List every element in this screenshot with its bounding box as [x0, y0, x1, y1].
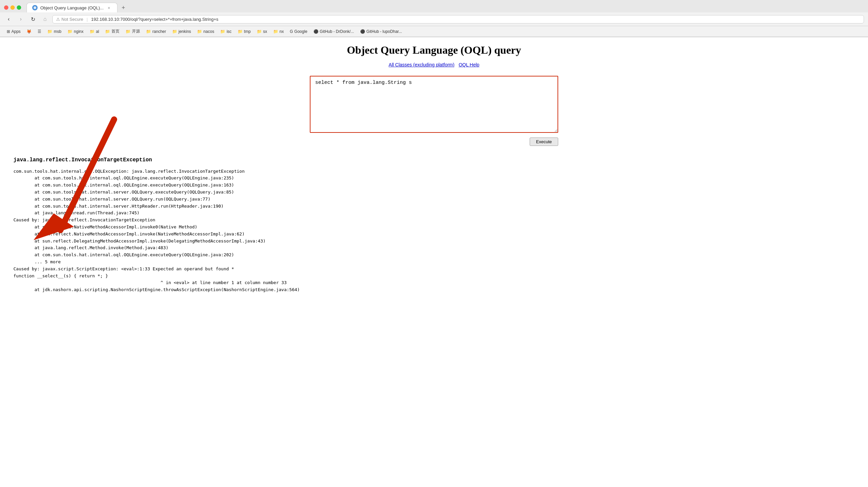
query-input[interactable] — [310, 76, 558, 133]
github-icon-2: ⚫ — [360, 29, 365, 34]
folder-icon: 📁 — [273, 29, 278, 34]
bookmark-nginx[interactable]: 📁 nginx — [65, 28, 86, 35]
bookmark-github2[interactable]: ⚫ GitHub - lupoDhar... — [358, 28, 405, 35]
folder-icon: 📁 — [126, 29, 130, 34]
bookmark-menu[interactable]: ☰ — [35, 28, 44, 35]
browser-chrome: Object Query Language (OQL)... × + ‹ › ↻… — [0, 0, 868, 37]
folder-icon: 📁 — [105, 29, 110, 34]
bookmark-nginx-label: nginx — [74, 29, 84, 34]
menu-icon: ☰ — [38, 29, 41, 34]
fox-icon: 🦊 — [27, 29, 32, 34]
bookmark-sx[interactable]: 📁 sx — [254, 28, 270, 35]
page-wrapper: Object Query Language (OQL) query All Cl… — [0, 37, 868, 477]
bookmark-jenkins[interactable]: 📁 jenkins — [169, 28, 194, 35]
folder-icon: 📁 — [90, 29, 95, 34]
bookmark-nacos-label: nacos — [204, 29, 214, 34]
bookmark-github2-label: GitHub - lupoDhar... — [367, 29, 402, 34]
separator: | — [87, 17, 88, 22]
bookmark-tmp[interactable]: 📁 tmp — [235, 28, 253, 35]
oql-help-link[interactable]: OQL Help — [459, 62, 479, 67]
bookmark-apps[interactable]: ⊞ Apps — [4, 28, 23, 35]
bookmark-al[interactable]: 📁 al — [87, 28, 102, 35]
address-bar[interactable]: ⚠ Not Secure | 192.168.10.10:7000/oql/?q… — [52, 15, 864, 24]
folder-icon: 📁 — [146, 29, 151, 34]
query-area-wrapper: Execute — [13, 76, 855, 146]
exception-title: java.lang.reflect.InvocationTargetExcept… — [13, 156, 855, 165]
bookmark-kaifang[interactable]: 📁 开源 — [123, 28, 143, 35]
bookmark-apps-label: Apps — [11, 29, 21, 34]
folder-icon: 📁 — [197, 29, 202, 34]
bookmark-isc-label: isc — [226, 29, 231, 34]
github-icon: ⚫ — [313, 29, 318, 34]
active-tab[interactable]: Object Query Language (OQL)... × — [27, 3, 118, 12]
warning-icon: ⚠ — [56, 17, 60, 22]
folder-icon: 📁 — [47, 29, 52, 34]
folder-icon: 📁 — [220, 29, 225, 34]
maximize-button[interactable] — [17, 5, 21, 10]
security-indicator: ⚠ Not Secure — [56, 17, 83, 22]
google-icon: G — [290, 29, 293, 34]
tab-favicon — [32, 5, 38, 10]
not-secure-label: Not Secure — [61, 17, 83, 22]
folder-icon: 📁 — [257, 29, 262, 34]
page-title: Object Query Language (OQL) query — [13, 44, 855, 56]
page-content: Object Query Language (OQL) query All Cl… — [0, 37, 868, 477]
apps-grid-icon: ⊞ — [7, 29, 10, 34]
execute-button[interactable]: Execute — [530, 137, 558, 146]
query-textarea-wrapper — [310, 76, 558, 134]
links-row: All Classes (excluding platform) OQL Hel… — [13, 62, 855, 68]
bookmark-shouye[interactable]: 📁 首页 — [102, 28, 122, 35]
tab-close-button[interactable]: × — [106, 5, 112, 10]
minimize-button[interactable] — [10, 5, 15, 10]
back-button[interactable]: ‹ — [4, 14, 13, 24]
bookmark-nx[interactable]: 📁 nx — [271, 28, 287, 35]
bookmark-kaifang-label: 开源 — [132, 29, 140, 34]
all-classes-link[interactable]: All Classes (excluding platform) — [389, 62, 455, 67]
bookmark-tmp-label: tmp — [244, 29, 251, 34]
reload-button[interactable]: ↻ — [28, 14, 38, 24]
folder-icon: 📁 — [172, 29, 177, 34]
bookmark-al-label: al — [96, 29, 99, 34]
bookmark-isc[interactable]: 📁 isc — [217, 28, 234, 35]
folder-icon: 📁 — [238, 29, 243, 34]
bookmark-rancher[interactable]: 📁 rancher — [143, 28, 169, 35]
bookmark-jenkins-label: jenkins — [179, 29, 191, 34]
error-output: com.sun.tools.hat.internal.oql.OQLExcept… — [13, 168, 855, 293]
tab-bar: Object Query Language (OQL)... × + — [27, 3, 128, 12]
bookmark-google[interactable]: G Google — [287, 28, 310, 35]
bookmark-nx-label: nx — [280, 29, 284, 34]
bookmark-msb[interactable]: 📁 msb — [44, 28, 64, 35]
tab-title: Object Query Language (OQL)... — [40, 5, 104, 10]
bookmark-github1-label: GitHub - DrDonk/... — [320, 29, 354, 34]
bookmark-msb-label: msb — [54, 29, 61, 34]
title-bar: Object Query Language (OQL)... × + — [0, 0, 868, 12]
query-section: Execute — [13, 76, 855, 146]
url-text: 192.168.10.10:7000/oql/?query=select+*+f… — [91, 17, 218, 22]
bookmark-fox[interactable]: 🦊 — [24, 28, 34, 35]
error-section: java.lang.reflect.InvocationTargetExcept… — [13, 156, 855, 293]
bookmark-google-label: Google — [294, 29, 307, 34]
nav-bar: ‹ › ↻ ⌂ ⚠ Not Secure | 192.168.10.10:700… — [0, 12, 868, 26]
bookmark-github1[interactable]: ⚫ GitHub - DrDonk/... — [311, 28, 357, 35]
bookmark-sx-label: sx — [263, 29, 267, 34]
bookmark-nacos[interactable]: 📁 nacos — [194, 28, 217, 35]
new-tab-button[interactable]: + — [119, 3, 128, 12]
bookmarks-bar: ⊞ Apps 🦊 ☰ 📁 msb 📁 nginx 📁 al 📁 首页 📁 — [0, 26, 868, 37]
close-button[interactable] — [4, 5, 8, 10]
bookmark-shouye-label: 首页 — [112, 29, 120, 34]
home-button[interactable]: ⌂ — [40, 14, 50, 24]
forward-button[interactable]: › — [16, 14, 26, 24]
bookmark-rancher-label: rancher — [152, 29, 166, 34]
folder-icon: 📁 — [67, 29, 72, 34]
traffic-lights — [4, 5, 21, 10]
svg-point-0 — [34, 6, 36, 9]
